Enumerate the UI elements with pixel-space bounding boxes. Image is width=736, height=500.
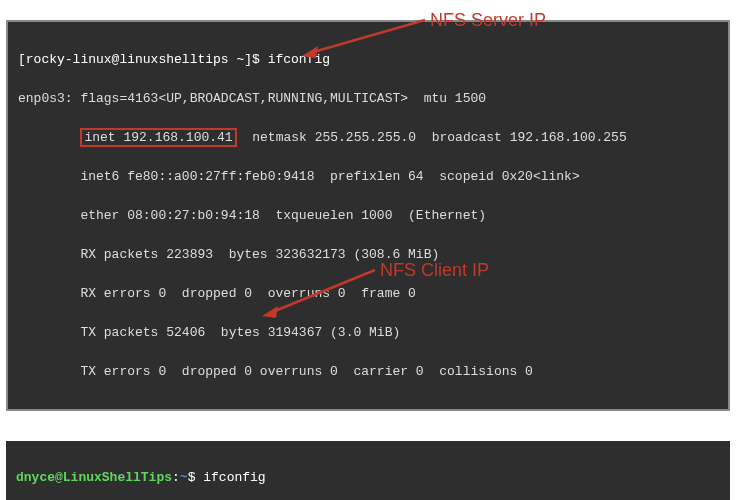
client-command: ifconfig xyxy=(203,470,265,485)
svg-marker-3 xyxy=(262,306,278,318)
svg-marker-1 xyxy=(302,46,318,58)
server-inet-highlight: inet 192.168.100.41 xyxy=(80,128,236,148)
server-ether-line: ether 08:00:27:b0:94:18 txqueuelen 1000 … xyxy=(18,206,718,226)
svg-line-0 xyxy=(310,20,425,53)
server-tx-packets-line: TX packets 52406 bytes 3194367 (3.0 MiB) xyxy=(18,323,718,343)
server-arrow-icon xyxy=(300,18,430,58)
client-prompt-user: dnyce@LinuxShellTips xyxy=(16,470,172,485)
client-prompt-sep: : xyxy=(172,470,180,485)
client-ip-label: NFS Client IP xyxy=(380,260,489,281)
client-prompt-path: ~ xyxy=(180,470,188,485)
server-inet6-line: inet6 fe80::a00:27ff:feb0:9418 prefixlen… xyxy=(18,167,718,187)
server-rx-packets-line: RX packets 223893 bytes 323632173 (308.6… xyxy=(18,245,718,265)
server-prompt: [rocky-linux@linuxshelltips ~]$ xyxy=(18,52,268,67)
server-ip-label: NFS Server IP xyxy=(430,10,546,31)
server-inet-rest: netmask 255.255.255.0 broadcast 192.168.… xyxy=(237,130,627,145)
server-tx-errors-line: TX errors 0 dropped 0 overruns 0 carrier… xyxy=(18,362,718,382)
svg-line-2 xyxy=(270,270,375,313)
server-terminal: [rocky-linux@linuxshelltips ~]$ ifconfig… xyxy=(6,20,730,411)
client-prompt-end: $ xyxy=(188,470,204,485)
client-prompt-line: dnyce@LinuxShellTips:~$ ifconfig xyxy=(16,468,720,488)
client-arrow-icon xyxy=(260,268,380,318)
server-interface-line: enp0s3: flags=4163<UP,BROADCAST,RUNNING,… xyxy=(18,89,718,109)
server-inet-line: inet 192.168.100.41 netmask 255.255.255.… xyxy=(18,128,718,148)
client-terminal: dnyce@LinuxShellTips:~$ ifconfig wlp58s0… xyxy=(6,441,730,500)
